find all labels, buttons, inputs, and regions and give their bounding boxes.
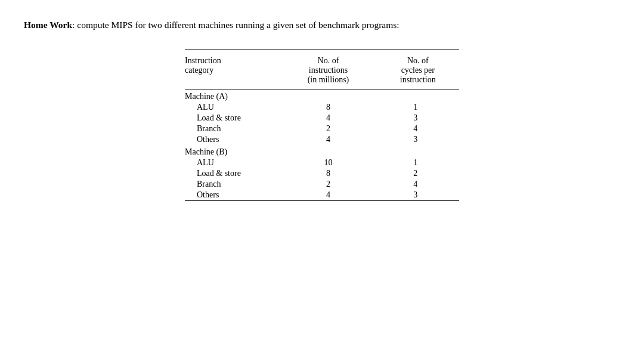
- table-row: ALU 10 1: [185, 157, 459, 168]
- row-cycles: 2: [372, 168, 459, 179]
- col-header-instruction: Instruction category: [185, 52, 284, 87]
- row-instructions: 10: [284, 157, 371, 168]
- machine-a-label-row: Machine (A): [185, 89, 459, 103]
- col-header-instructions: No. of instructions (in millions): [284, 52, 371, 87]
- row-category: ALU: [185, 157, 284, 168]
- header-text: Home Work: compute MIPS for two differen…: [24, 18, 596, 32]
- row-instructions: 8: [284, 168, 371, 179]
- table-row: ALU 8 1: [185, 102, 459, 113]
- row-instructions: 8: [284, 102, 371, 113]
- table-row: Branch 2 4: [185, 123, 459, 134]
- table-row: Load & store 8 2: [185, 168, 459, 179]
- row-cycles: 4: [372, 179, 459, 190]
- row-category: Branch: [185, 123, 284, 134]
- row-cycles: 1: [372, 157, 459, 168]
- table-row: Others 4 3: [185, 134, 459, 145]
- machine-a-label: Machine (A): [185, 89, 284, 103]
- col-header-cycles: No. of cycles per instruction: [372, 52, 459, 87]
- machine-b-label: Machine (B): [185, 145, 284, 157]
- row-instructions: 4: [284, 190, 371, 201]
- title-bold: Home Work: [24, 20, 72, 30]
- row-category: ALU: [185, 102, 284, 113]
- row-category: Branch: [185, 179, 284, 190]
- table-row: Branch 2 4: [185, 179, 459, 190]
- column-header-row: Instruction category No. of instructions…: [185, 52, 459, 87]
- row-cycles: 3: [372, 134, 459, 145]
- row-category: Others: [185, 134, 284, 145]
- row-category: Load & store: [185, 168, 284, 179]
- row-instructions: 2: [284, 179, 371, 190]
- table-row: Others 4 3: [185, 190, 459, 201]
- machine-b-label-row: Machine (B): [185, 145, 459, 157]
- row-category: Others: [185, 190, 284, 201]
- row-cycles: 3: [372, 113, 459, 123]
- title-rest: : compute MIPS for two different machine…: [72, 20, 400, 30]
- row-cycles: 3: [372, 190, 459, 201]
- benchmark-table: Instruction category No. of instructions…: [185, 50, 459, 203]
- row-cycles: 4: [372, 123, 459, 134]
- table-row: Load & store 4 3: [185, 113, 459, 123]
- row-category: Load & store: [185, 113, 284, 123]
- row-instructions: 4: [284, 113, 371, 123]
- row-instructions: 4: [284, 134, 371, 145]
- bottom-border-row: [185, 201, 459, 203]
- row-instructions: 2: [284, 123, 371, 134]
- row-cycles: 1: [372, 102, 459, 113]
- table-wrapper: Instruction category No. of instructions…: [24, 50, 620, 203]
